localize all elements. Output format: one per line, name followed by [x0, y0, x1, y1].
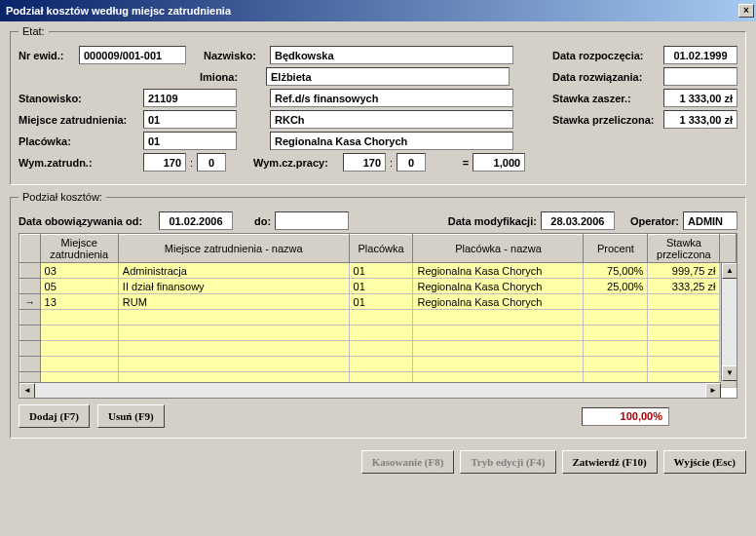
- usun-button[interactable]: Usuń (F9): [97, 404, 165, 428]
- scroll-right-icon[interactable]: ►: [705, 383, 721, 399]
- wym-ratio-field: 1,000: [472, 153, 525, 172]
- nr-ewid-field: 000009/001-001: [79, 46, 186, 64]
- data-mod-field: 28.03.2006: [541, 211, 615, 230]
- cell-pln[interactable]: Regionalna Kasa Chorych: [413, 294, 584, 310]
- cell-pl[interactable]: 01: [349, 294, 413, 310]
- col-pl[interactable]: Placówka: [349, 235, 413, 263]
- table-row[interactable]: [20, 357, 737, 372]
- scroll-down-icon[interactable]: ▼: [722, 365, 737, 381]
- stawka-przel-field: 1 333,00 zł: [663, 110, 737, 129]
- total-percent: 100,00%: [582, 407, 669, 426]
- grid[interactable]: Miejsce zatrudnienia Miejsce zatrudnieni…: [19, 233, 737, 399]
- close-icon[interactable]: ×: [738, 4, 754, 18]
- col-sel[interactable]: [20, 235, 41, 263]
- cell-proc[interactable]: 75,00%: [584, 263, 648, 279]
- nazwisko-field: Będkowska: [270, 46, 513, 64]
- nr-ewid-label: Nr ewid.:: [19, 50, 75, 61]
- nazwisko-label: Nazwisko:: [204, 50, 266, 61]
- row-indicator-icon: →: [20, 294, 41, 310]
- col-mzn[interactable]: Miejsce zatrudnienia - nazwa: [118, 235, 349, 263]
- data-rozw-field: [663, 67, 737, 86]
- stawka-zaszer-field: 1 333,00 zł: [663, 89, 737, 107]
- scroll-up-icon[interactable]: ▲: [722, 263, 737, 279]
- data-rozp-label: Data rozpoczęcia:: [552, 50, 660, 61]
- cell-mzn[interactable]: Administracja: [118, 263, 349, 279]
- placowka-kod-field: 01: [143, 132, 237, 150]
- wym-zatr-2: 0: [197, 153, 226, 172]
- colon-2: :: [390, 157, 393, 169]
- podzial-legend: Podział kosztów:: [19, 191, 106, 203]
- podzial-group: Podział kosztów: Data obowiązywania od: …: [10, 191, 746, 439]
- content: Etat: Nr ewid.: 000009/001-001 Nazwisko:…: [0, 21, 756, 481]
- placowka-nazwa-field: Regionalna Kasa Chorych: [270, 132, 513, 150]
- do-field[interactable]: [275, 211, 349, 230]
- dodaj-button[interactable]: Dodaj (F7): [19, 404, 90, 428]
- zatwierdz-button[interactable]: Zatwierdź (F10): [562, 450, 658, 474]
- scrollbar-horizontal[interactable]: ◄ ►: [19, 382, 721, 398]
- eq-label: =: [430, 157, 469, 169]
- wym-zatr-1: 170: [143, 153, 186, 172]
- data-od-field[interactable]: 01.02.2006: [159, 211, 233, 230]
- etat-legend: Etat:: [19, 25, 49, 37]
- wym-cz-2: 0: [397, 153, 426, 172]
- cell-st[interactable]: [648, 294, 720, 310]
- wyjscie-button[interactable]: Wyjście (Esc): [663, 450, 746, 474]
- miejsce-label: Miejsce zatrudnienia:: [19, 114, 139, 126]
- do-label: do:: [254, 215, 271, 227]
- cell-pln[interactable]: Regionalna Kasa Chorych: [413, 263, 584, 279]
- table-row[interactable]: 03Administracja01Regionalna Kasa Chorych…: [20, 263, 737, 279]
- cell-proc[interactable]: 25,00%: [584, 279, 648, 294]
- grid-header-row: Miejsce zatrudnienia Miejsce zatrudnieni…: [20, 235, 737, 263]
- operator-field: ADMIN: [683, 211, 737, 230]
- stawka-zaszer-label: Stawka zaszer.:: [552, 93, 660, 104]
- data-rozw-label: Data rozwiązania:: [552, 71, 660, 83]
- trybedycji-button[interactable]: Tryb edycji (F4): [460, 450, 555, 474]
- scroll-left-icon[interactable]: ◄: [19, 383, 35, 399]
- stawka-przel-label: Stawka przeliczona:: [552, 114, 660, 126]
- cell-pl[interactable]: 01: [349, 263, 413, 279]
- data-rozp-field: 01.02.1999: [663, 46, 737, 64]
- table-row[interactable]: →13RUM01Regionalna Kasa Chorych: [20, 294, 737, 310]
- data-od-label: Data obowiązywania od:: [19, 215, 155, 227]
- cell-st[interactable]: 999,75 zł: [648, 263, 720, 279]
- row-indicator-icon: [20, 279, 41, 294]
- cell-pln[interactable]: Regionalna Kasa Chorych: [413, 279, 584, 294]
- window-title: Podział kosztów według miejsc zatrudnien…: [6, 5, 738, 17]
- table-row[interactable]: [20, 325, 737, 341]
- cell-mzn[interactable]: RUM: [118, 294, 349, 310]
- stanowisko-kod-field: 21109: [143, 89, 237, 107]
- titlebar: Podział kosztów według miejsc zatrudnien…: [0, 0, 756, 21]
- cell-mz[interactable]: 05: [40, 279, 118, 294]
- wym-cz-label: Wym.cz.pracy:: [253, 157, 339, 169]
- colon-1: :: [190, 157, 193, 169]
- operator-label: Operator:: [630, 215, 679, 227]
- col-proc[interactable]: Procent: [584, 235, 648, 263]
- footer-buttons: Kasowanie (F8) Tryb edycji (F4) Zatwierd…: [10, 444, 746, 474]
- stanowisko-nazwa-field: Ref.d/s finansowych: [270, 89, 513, 107]
- scrollbar-vertical[interactable]: ▲ ▼: [721, 263, 737, 381]
- row-indicator-icon: [20, 263, 41, 279]
- col-mz[interactable]: Miejsce zatrudnienia: [40, 235, 118, 263]
- table-row[interactable]: 05II dział finansowy01Regionalna Kasa Ch…: [20, 279, 737, 294]
- col-pln[interactable]: Placówka - nazwa: [413, 235, 584, 263]
- kasowanie-button[interactable]: Kasowanie (F8): [361, 450, 455, 474]
- grid-table: Miejsce zatrudnienia Miejsce zatrudnieni…: [19, 234, 737, 388]
- col-spacer: [720, 235, 737, 263]
- imiona-label: Imiona:: [200, 71, 262, 83]
- data-mod-label: Data modyfikacji:: [448, 215, 537, 227]
- table-row[interactable]: [20, 310, 737, 325]
- imiona-field: Elżbieta: [266, 67, 510, 86]
- col-st[interactable]: Stawka przeliczona: [648, 235, 720, 263]
- stanowisko-label: Stanowisko:: [19, 93, 139, 104]
- wym-cz-1: 170: [343, 153, 386, 172]
- cell-mzn[interactable]: II dział finansowy: [118, 279, 349, 294]
- placowka-label: Placówka:: [19, 135, 139, 147]
- cell-pl[interactable]: 01: [349, 279, 413, 294]
- cell-st[interactable]: 333,25 zł: [648, 279, 720, 294]
- cell-mz[interactable]: 03: [40, 263, 118, 279]
- table-row[interactable]: [20, 341, 737, 357]
- cell-proc[interactable]: [584, 294, 648, 310]
- wym-zatr-label: Wym.zatrudn.:: [19, 157, 139, 169]
- etat-group: Etat: Nr ewid.: 000009/001-001 Nazwisko:…: [10, 25, 746, 185]
- cell-mz[interactable]: 13: [40, 294, 118, 310]
